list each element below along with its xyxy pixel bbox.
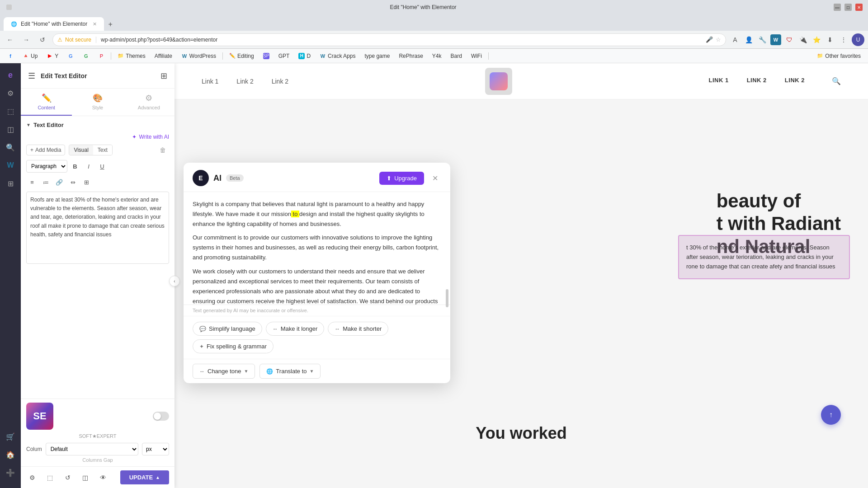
minimize-btn[interactable]: —	[834, 4, 841, 11]
sidebar-plus-icon[interactable]: ➕	[2, 465, 19, 481]
bookmark-themes[interactable]: 📁 Themes	[114, 51, 149, 61]
close-window-btn[interactable]: ✕	[855, 4, 863, 11]
wp-icon[interactable]: W	[770, 34, 781, 45]
bookmark-editing[interactable]: ✏️ Editing	[226, 51, 258, 61]
bookmark-yt[interactable]: ▶ Y	[43, 51, 62, 61]
reload-btn[interactable]: ↺	[36, 33, 49, 46]
change-tone-btn[interactable]: ↔ Change tone ▼	[193, 364, 255, 379]
translate-to-btn[interactable]: 🌐 Translate to ▼	[259, 364, 321, 379]
star-icon[interactable]: ☆	[716, 36, 721, 43]
shield-icon[interactable]: 🛡	[784, 34, 795, 45]
sidebar-exit-icon[interactable]: 🏠	[2, 446, 19, 463]
bookmark-d[interactable]: H D	[295, 51, 314, 61]
bookmark-wordpress[interactable]: W WordPress	[178, 51, 220, 61]
bold-btn[interactable]: B	[69, 160, 81, 172]
forward-btn[interactable]: →	[20, 33, 33, 46]
settings-bottom-icon[interactable]: ⚙	[26, 471, 38, 484]
sidebar-settings-icon[interactable]: ⚙	[2, 85, 19, 101]
preview-bottom-icon[interactable]: 👁	[97, 471, 109, 484]
fix-spelling-btn[interactable]: ✦ Fix spelling & grammar	[193, 339, 274, 353]
columns-select[interactable]: Default	[46, 443, 138, 455]
browser-tab-active[interactable]: 🌐 Edit "Home" with Elementor ✕	[4, 17, 104, 31]
responsive-bottom-icon[interactable]: ◫	[79, 471, 91, 484]
bookmark-bard[interactable]: Bard	[447, 51, 466, 61]
panel-collapse-btn[interactable]: ‹	[169, 276, 180, 286]
download-icon[interactable]: ⬇	[825, 34, 835, 45]
maximize-btn[interactable]: □	[844, 4, 852, 11]
bookmark-f[interactable]: f	[4, 51, 17, 61]
extensions-icon[interactable]: 🔧	[757, 34, 768, 45]
bookmark-affiliate[interactable]: Affiliate	[151, 51, 176, 61]
profile-icon[interactable]: 👤	[743, 34, 754, 45]
bookmark-crack[interactable]: W Crack Apps	[316, 51, 359, 61]
sidebar-elementor-logo[interactable]: e	[2, 67, 19, 83]
nav-link-3[interactable]: Link 2	[272, 78, 288, 85]
back-btn[interactable]: ←	[4, 33, 16, 46]
nav-link-right-3[interactable]: LINK 2	[785, 77, 805, 85]
nav-link-right-2[interactable]: LINK 2	[747, 77, 767, 85]
scroll-up-button[interactable]: ↑	[821, 405, 841, 425]
add-media-button[interactable]: + Add Media	[26, 145, 65, 155]
voice-search-icon[interactable]: 🎤	[706, 36, 713, 43]
bookmark-g2[interactable]: G	[79, 51, 93, 61]
panel-grid-icon[interactable]: ⊞	[160, 71, 167, 81]
table-btn[interactable]: ⊞	[80, 176, 92, 188]
text-tab-btn[interactable]: Text	[93, 145, 112, 155]
bookmark-y4k[interactable]: Y4k	[429, 51, 445, 61]
upgrade-button[interactable]: ⬆ Upgrade	[379, 172, 424, 185]
underline-btn[interactable]: U	[96, 160, 108, 172]
clear-btn[interactable]: 🗑	[156, 144, 169, 156]
text-editor-input[interactable]: Roofs are at least 30% of the home's ext…	[26, 192, 169, 264]
px-select[interactable]: px	[142, 443, 169, 455]
sidebar-layers-icon[interactable]: ⬚	[2, 103, 19, 119]
unordered-list-btn[interactable]: ≡	[26, 176, 38, 188]
toggle-switch[interactable]	[153, 412, 169, 421]
extension2-icon[interactable]: 🔌	[797, 34, 808, 45]
translate-icon[interactable]: A	[730, 34, 741, 45]
tab-advanced[interactable]: ⚙ Advanced	[123, 89, 175, 116]
bookmark-sp[interactable]: SP	[259, 51, 273, 61]
sidebar-woo-icon[interactable]: 🛒	[2, 428, 19, 445]
bookmark-typegame[interactable]: type game	[361, 51, 393, 61]
write-with-ai-btn[interactable]: ✦ Write with AI	[26, 134, 169, 140]
tab-content[interactable]: ✏️ Content	[21, 89, 72, 116]
sidebar-wp-icon[interactable]: W	[2, 157, 19, 174]
user-profile-icon[interactable]: U	[852, 33, 864, 46]
modal-scrollbar[interactable]	[446, 289, 448, 307]
url-bar[interactable]: ⚠ Not secure wp-admin/post.php?post=649&…	[52, 33, 726, 46]
nav-link-1[interactable]: Link 1	[202, 78, 218, 85]
nav-search-icon[interactable]: 🔍	[832, 77, 841, 85]
bookmark-other-favorites[interactable]: 📁 Other favorites	[813, 51, 864, 61]
bookmark-gpt[interactable]: GPT	[275, 51, 293, 61]
nav-link-2[interactable]: Link 2	[236, 78, 253, 85]
tab-style[interactable]: 🎨 Style	[72, 89, 123, 116]
ai-generated-text[interactable]: Skylight is a company that believes that…	[184, 192, 450, 305]
visual-tab-btn[interactable]: Visual	[69, 145, 93, 155]
layers-bottom-icon[interactable]: ⬚	[44, 471, 56, 484]
link-btn[interactable]: 🔗	[53, 176, 65, 188]
make-shorter-btn[interactable]: ↔ Make it shorter	[328, 322, 388, 336]
sidebar-navigator-icon[interactable]: ◫	[2, 121, 19, 137]
simplify-language-btn[interactable]: 💬 Simplify language	[193, 322, 262, 336]
new-tab-btn[interactable]: +	[104, 18, 117, 31]
window-controls[interactable]: — □ ✕	[834, 4, 863, 11]
update-button[interactable]: UPDATE ▲	[120, 470, 169, 484]
indent-btn[interactable]: ⇔	[67, 176, 79, 188]
bookmark-p[interactable]: P	[94, 51, 108, 61]
make-longer-btn[interactable]: ↔ Make it longer	[266, 322, 325, 336]
menu-dots-icon[interactable]: ⋮	[838, 34, 849, 45]
paragraph-select[interactable]: Paragraph	[26, 160, 67, 173]
panel-menu-icon[interactable]: ☰	[28, 71, 35, 81]
history-bottom-icon[interactable]: ↺	[61, 471, 74, 484]
ordered-list-btn[interactable]: ≔	[40, 176, 52, 188]
italic-btn[interactable]: I	[83, 160, 94, 172]
bookmark-g1[interactable]: G	[64, 51, 77, 61]
bookmark-wifi[interactable]: WiFi	[467, 51, 486, 61]
sidebar-search-icon[interactable]: 🔍	[2, 139, 19, 155]
bookmark-star-icon[interactable]: ⭐	[811, 34, 822, 45]
sidebar-template-icon[interactable]: ⊞	[2, 175, 19, 192]
bookmark-up[interactable]: 🔺 Up	[19, 51, 41, 61]
bookmark-rephrase[interactable]: RePhrase	[395, 51, 426, 61]
text-editor-section-header[interactable]: ▼ Text Editor	[26, 122, 169, 128]
nav-link-right-1[interactable]: LINK 1	[708, 77, 728, 85]
